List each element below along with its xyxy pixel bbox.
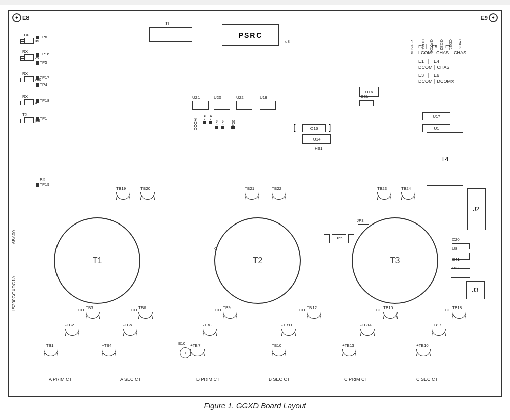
page-wrapper: + E8 E9 + u9 TX TP6 xyxy=(0,5,510,420)
lbl-dcom2: DCOM xyxy=(418,79,435,84)
lbl-j1: J1 xyxy=(165,21,170,26)
bracket-r: ] xyxy=(329,123,331,132)
lbl-u8-r: U8 xyxy=(452,246,457,251)
u22-comp xyxy=(236,101,252,110)
lbl-tb12: TB12 xyxy=(307,305,317,310)
t3-comp: T3 xyxy=(352,217,438,304)
lbl-tb8: -TB8 xyxy=(203,323,211,327)
tp17-dot xyxy=(36,76,39,80)
lbl-dcom-vert: DCOM xyxy=(193,118,198,130)
lbl-tp4: TP4 xyxy=(40,82,47,87)
lbl-a-sec-ct: A SEC CT xyxy=(120,377,141,382)
lbl-dcomx: DCOMX xyxy=(437,79,454,84)
lbl-tb24: TB24 xyxy=(401,186,411,191)
cross-e9: + xyxy=(492,15,494,20)
lbl-e4: E4 xyxy=(434,59,439,64)
label-e8: E8 xyxy=(22,15,29,21)
lbl-u8: u8 xyxy=(285,39,290,44)
t2-comp: T2 xyxy=(214,217,301,304)
lbl-e3: E3 xyxy=(418,73,429,78)
j1-comp xyxy=(149,27,192,42)
lbl-u17: U17 xyxy=(433,114,440,119)
label-y115ok: Y115OK xyxy=(410,39,414,54)
left-conn-row5: j13 TX xyxy=(24,117,34,123)
lbl-ch-tb12: CH xyxy=(299,307,305,312)
c21-comp xyxy=(359,100,374,106)
lbl-b-sec-ct: B SEC CT xyxy=(269,377,290,382)
p3-dot xyxy=(215,126,218,129)
lbl-rx2: RX xyxy=(22,49,28,54)
lbl-chas3: CHAS xyxy=(437,65,449,70)
lbl-e1: E1 xyxy=(418,59,429,64)
lbl-tp1: TP1 xyxy=(40,116,47,121)
lbl-hs1: HS1 xyxy=(315,146,323,151)
circle-e8: + xyxy=(12,13,21,22)
tp17-area: TP17 xyxy=(36,76,39,80)
tp1-dot xyxy=(36,117,39,121)
board-label-left2: IS200GGXDG1A xyxy=(11,276,16,311)
lbl-c20: C20 xyxy=(452,237,460,242)
lbl-u14: U14 xyxy=(313,137,321,142)
lbl-lcom1: LCOM xyxy=(418,50,434,55)
left-conn-row2: v5 RX xyxy=(24,54,34,61)
lbl-tx5: TX xyxy=(22,112,27,117)
lbl-tb9: TB9 xyxy=(223,305,231,310)
lbl-tb11: -TB11 xyxy=(281,323,293,327)
t4-comp: T4 xyxy=(427,132,463,186)
lbl-dcom1: DCOM xyxy=(418,65,435,70)
lbl-ch-tb18: CH xyxy=(445,307,451,312)
lbl-u20: U20 xyxy=(214,95,221,100)
lbl-c-sec-ct: C SEC CT xyxy=(416,377,438,382)
lbl-f5: F5 xyxy=(432,44,440,49)
tp6-area: TP6 xyxy=(36,36,39,39)
lbl-tp15: TP15 xyxy=(203,115,207,124)
p3-area: P3 xyxy=(215,126,218,129)
u20-comp xyxy=(214,101,230,110)
lbl-tb5: -TB5 xyxy=(123,323,132,327)
lbl-u22: U22 xyxy=(236,95,244,100)
corner-tl: + E8 xyxy=(12,13,29,22)
label-e9: E9 xyxy=(481,15,488,21)
lbl-e10-plus: + xyxy=(184,351,186,355)
lbl-t1: T1 xyxy=(55,218,139,303)
lbl-u21: U21 xyxy=(192,95,200,100)
right-labels-top: F2 F5 F7 LCOM CHAS CHAS E1 E4 DCOM CHAS … xyxy=(418,44,466,84)
p2-area: P2 xyxy=(221,126,224,129)
tp6-dot xyxy=(36,36,39,39)
corner-tr: E9 + xyxy=(481,13,498,22)
lbl-c41: C41 xyxy=(452,257,460,262)
lbl-e10: E10 xyxy=(178,341,185,346)
lbl-e6: E6 xyxy=(434,73,439,78)
left-conn-row4: u7 RX xyxy=(24,99,34,105)
j2-comp: J2 xyxy=(467,188,486,230)
tp4-area: TP4 xyxy=(36,83,39,87)
tp19-area: TP19 RX xyxy=(36,183,39,187)
tp16-area: TP16 xyxy=(36,53,39,57)
lbl-t3: T3 xyxy=(353,218,437,303)
lbl-chas2: CHAS xyxy=(454,50,466,55)
lbl-psrc: PSRC xyxy=(239,31,263,39)
lbl-tb16: +TB16 xyxy=(416,343,429,348)
tp4-dot xyxy=(36,83,39,87)
tp16-dot xyxy=(36,53,39,57)
lbl-tb13: +TB13 xyxy=(342,343,354,348)
u1-comp: U1 xyxy=(422,124,450,132)
lbl-tb22: TB22 xyxy=(272,186,281,191)
lbl-t4: T4 xyxy=(441,155,448,163)
lbl-j2: J2 xyxy=(473,206,480,213)
u26-left-comp xyxy=(324,234,330,243)
lbl-p2: P2 xyxy=(221,120,225,125)
lbl-c16: C16 xyxy=(310,126,318,131)
lbl-tb14: -TB14 xyxy=(360,323,372,327)
psrc-comp: PSRC xyxy=(222,24,279,46)
lbl-c21: -C21- xyxy=(359,94,370,99)
lbl-tb23: TB23 xyxy=(377,186,387,191)
lbl-tb18: TB18 xyxy=(452,305,462,310)
lbl-rx4: RX xyxy=(22,94,28,99)
lbl-tx1: TX xyxy=(23,33,29,37)
tp5-area: TP5 xyxy=(36,61,39,65)
lbl-u16: U16 xyxy=(365,90,373,94)
lbl-tb1: - TB1 xyxy=(44,343,53,348)
lbl-tp17: TP17 xyxy=(40,75,49,80)
lbl-j3: J3 xyxy=(472,287,479,294)
